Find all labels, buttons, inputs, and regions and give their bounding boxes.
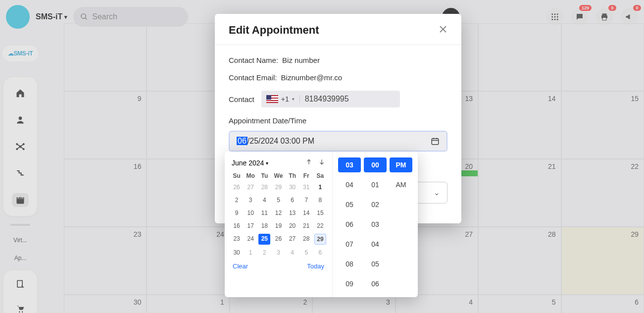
calendar-cell[interactable]: 15 [561, 91, 644, 159]
picker-day[interactable]: 13 [287, 208, 298, 218]
sidenav-network[interactable] [12, 140, 29, 154]
calendar-cell[interactable] [561, 23, 644, 91]
picker-hour[interactable]: 07 [338, 237, 361, 252]
picker-hour[interactable]: 04 [338, 177, 361, 192]
picker-hour[interactable]: 03 [338, 157, 361, 172]
calendar-cell[interactable]: 2 [230, 295, 312, 313]
picker-ampm[interactable]: PM [390, 157, 412, 172]
picker-day[interactable]: 3 [245, 195, 256, 205]
picker-day[interactable]: 21 [300, 221, 312, 231]
picker-day[interactable]: 19 [272, 221, 284, 231]
phone-input[interactable]: +1 ▾ 8184939995 [261, 91, 400, 107]
picker-day[interactable]: 1 [245, 248, 256, 258]
picker-day[interactable]: 28 [300, 234, 312, 245]
avatar[interactable] [6, 5, 30, 29]
picker-day[interactable]: 27 [245, 182, 256, 192]
calendar-cell[interactable]: 3 [312, 295, 395, 313]
picker-day[interactable]: 14 [300, 208, 312, 218]
sidenav-steps[interactable] [12, 166, 29, 180]
picker-minute[interactable]: 06 [364, 276, 387, 291]
picker-day[interactable]: 17 [245, 221, 256, 231]
logo-chip[interactable]: ☁ SMS-iT [2, 46, 38, 61]
picker-day[interactable]: 18 [258, 221, 270, 231]
picker-day[interactable]: 28 [258, 182, 270, 192]
picker-day[interactable]: 6 [314, 248, 326, 258]
picker-day[interactable]: 1 [314, 182, 326, 192]
picker-hour[interactable]: 05 [338, 197, 361, 212]
calendar-cell[interactable]: 29 [561, 227, 644, 295]
datetime-input[interactable]: 06/25/2024 03:00 PM [229, 131, 447, 152]
picker-day[interactable]: 31 [300, 182, 312, 192]
picker-day[interactable]: 5 [300, 248, 312, 258]
picker-day[interactable]: 7 [300, 195, 312, 205]
picker-day[interactable]: 29 [314, 234, 326, 245]
calendar-cell[interactable] [64, 23, 147, 91]
calendar-cell[interactable]: 24 [147, 227, 229, 295]
picker-day[interactable]: 30 [287, 182, 298, 192]
picker-day-grid: SuMoTuWeThFrSa26272829303112345678910111… [230, 172, 327, 258]
picker-hour[interactable]: 08 [338, 257, 361, 271]
picker-minute[interactable]: 00 [364, 157, 387, 172]
picker-day[interactable]: 6 [287, 195, 298, 205]
sidenav-profile[interactable] [12, 113, 29, 127]
sidenav-home[interactable] [12, 86, 29, 100]
calendar-cell[interactable] [478, 23, 561, 91]
sidebar-text-virt[interactable]: Virt... [5, 237, 35, 244]
picker-day[interactable]: 9 [231, 208, 243, 218]
picker-day[interactable]: 29 [272, 182, 284, 192]
picker-day[interactable]: 8 [314, 195, 326, 205]
calendar-cell[interactable]: 22 [561, 159, 644, 227]
picker-ampm[interactable]: AM [390, 177, 412, 192]
picker-day[interactable]: 27 [287, 234, 298, 245]
picker-day[interactable]: 2 [258, 248, 270, 258]
picker-day[interactable]: 23 [231, 234, 243, 245]
clear-button[interactable]: Clear [233, 262, 248, 270]
sidenav-doc[interactable] [12, 277, 29, 291]
picker-day[interactable]: 12 [272, 208, 284, 218]
picker-day[interactable]: 20 [287, 221, 298, 231]
picker-day[interactable]: 15 [314, 208, 326, 218]
picker-day[interactable]: 16 [231, 221, 243, 231]
picker-day[interactable]: 26 [231, 182, 243, 192]
picker-month-select[interactable]: June 2024 ▾ [232, 159, 268, 167]
picker-day[interactable]: 22 [314, 221, 326, 231]
sidenav-cart[interactable] [12, 302, 29, 313]
picker-minute[interactable]: 02 [364, 197, 387, 212]
picker-day[interactable]: 4 [287, 248, 298, 258]
picker-minute[interactable]: 03 [364, 217, 387, 232]
picker-minute[interactable]: 04 [364, 237, 387, 252]
today-button[interactable]: Today [307, 262, 324, 270]
picker-day[interactable]: 3 [272, 248, 284, 258]
sidebar-text-ap[interactable]: Ap... [5, 255, 35, 261]
calendar-cell[interactable]: 30 [64, 295, 147, 313]
calendar-cell[interactable]: 28 [478, 227, 561, 295]
picker-minute[interactable]: 05 [364, 257, 387, 271]
picker-day[interactable]: 10 [245, 208, 256, 218]
calendar-cell[interactable]: 4 [396, 295, 478, 313]
calendar-cell[interactable]: 5 [478, 295, 561, 313]
picker-day[interactable]: 24 [245, 234, 256, 245]
brand-dropdown[interactable]: SMS-iT ▾ [36, 12, 67, 21]
calendar-cell[interactable]: 1 [147, 295, 229, 313]
sidenav-calendar[interactable] [12, 193, 29, 207]
close-button[interactable] [439, 24, 447, 37]
calendar-cell[interactable]: 23 [64, 227, 147, 295]
picker-day[interactable]: 26 [272, 234, 284, 245]
picker-day[interactable]: 5 [272, 195, 284, 205]
calendar-cell[interactable]: 16 [64, 159, 147, 227]
picker-day[interactable]: 30 [231, 248, 243, 258]
calendar-cell[interactable]: 9 [64, 91, 147, 159]
picker-day[interactable]: 11 [258, 208, 270, 218]
prev-month-button[interactable] [305, 158, 312, 167]
calendar-cell[interactable]: 6 [561, 295, 644, 313]
calendar-cell[interactable]: 14 [478, 91, 561, 159]
picker-hour[interactable]: 09 [338, 276, 361, 291]
grid-icon [550, 12, 559, 21]
picker-day[interactable]: 2 [231, 195, 243, 205]
picker-hour[interactable]: 06 [338, 217, 361, 232]
next-month-button[interactable] [318, 158, 325, 167]
picker-day[interactable]: 4 [258, 195, 270, 205]
picker-day[interactable]: 25 [258, 234, 270, 245]
picker-minute[interactable]: 01 [364, 177, 387, 192]
calendar-cell[interactable]: 21 [478, 159, 561, 227]
